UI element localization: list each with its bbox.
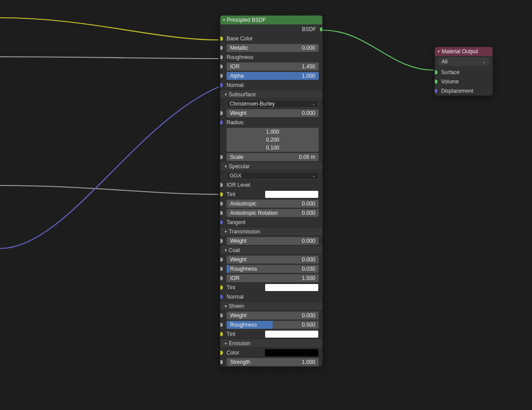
input-roughness[interactable]: Roughness [220,52,322,62]
input-ior-level[interactable]: IOR Level [220,180,322,189]
input-sss-scale[interactable]: Scale 0.05 m [220,152,322,162]
chevron-down-icon: ▾ [225,304,227,308]
color-swatch[interactable] [265,190,319,198]
node-title: Principled BSDF [227,17,266,23]
input-tangent[interactable]: Tangent [220,217,322,227]
input-metallic[interactable]: Metallic 0.000 [220,43,322,52]
input-sheen-roughness[interactable]: Roughness 0.500 [220,320,322,329]
section-subsurface[interactable]: ▾ Subsurface [220,90,322,99]
node-principled-bsdf[interactable]: ▾ Principled BSDF BSDF Base Color Metall… [220,15,323,367]
node-header[interactable]: ▾ Material Output [435,47,493,56]
dropdown-output-target[interactable]: All ⌄ [438,58,489,66]
input-sheen-weight[interactable]: Weight 0.000 [220,311,322,320]
input-surface[interactable]: Surface [435,67,493,77]
section-emission[interactable]: ▾ Emission [220,339,322,348]
input-coat-tint[interactable]: Tint [220,283,322,292]
color-swatch[interactable] [265,284,319,292]
section-specular[interactable]: ▾ Specular [220,162,322,171]
chevron-down-icon: ▾ [225,248,227,252]
slider-metallic[interactable]: Metallic 0.000 [227,44,319,52]
input-normal[interactable]: Normal [220,80,322,90]
input-emission-color[interactable]: Color [220,348,322,357]
input-coat-ior[interactable]: IOR 1.500 [220,273,322,283]
input-volume[interactable]: Volume [435,77,493,86]
chevron-down-icon: ▾ [225,341,227,346]
section-transmission[interactable]: ▾ Transmission [220,227,322,236]
dropdown-spec-dist[interactable]: GGX ⌄ [220,171,322,180]
chevron-down-icon: ▾ [438,49,440,54]
node-header[interactable]: ▾ Principled BSDF [220,16,322,24]
chevron-down-icon: ▾ [225,92,227,97]
input-ior[interactable]: IOR 1.450 [220,62,322,71]
color-swatch[interactable] [265,330,319,338]
node-title: Material Output [442,48,478,55]
section-coat[interactable]: ▾ Coat [220,245,322,255]
chevron-down-icon: ⌄ [482,59,486,64]
node-material-output[interactable]: ▾ Material Output All ⌄ Surface Volume D… [434,47,493,96]
input-anisotropic-rotation[interactable]: Anisotropic Rotation 0.000 [220,208,322,217]
sss-radius-z[interactable]: 0.100 [220,143,322,152]
input-displacement[interactable]: Displacement [435,86,493,95]
chevron-down-icon: ▾ [225,229,227,234]
input-alpha[interactable]: Alpha 1.000 [220,71,322,80]
input-base-color[interactable]: Base Color [220,34,322,43]
color-swatch[interactable] [265,349,319,357]
input-anisotropic[interactable]: Anisotropic 0.000 [220,199,322,208]
input-emission-strength[interactable]: Strength 1.000 [220,357,322,367]
chevron-down-icon: ▾ [225,164,227,169]
input-coat-weight[interactable]: Weight 0.000 [220,255,322,264]
slider-alpha[interactable]: Alpha 1.000 [227,72,319,80]
section-sheen[interactable]: ▾ Sheen [220,301,322,311]
output-socket-bsdf[interactable]: BSDF [220,24,322,34]
input-coat-normal[interactable]: Normal [220,292,322,301]
chevron-down-icon: ⌄ [312,102,316,106]
input-transmission-weight[interactable]: Weight 0.000 [220,236,322,245]
input-spec-tint[interactable]: Tint [220,189,322,199]
dropdown-sss-method[interactable]: Christensen-Burley ⌄ [220,99,322,108]
chevron-down-icon: ▾ [223,18,225,22]
slider-ior[interactable]: IOR 1.450 [227,63,319,71]
input-sss-radius[interactable]: Radius: [220,118,322,127]
input-sheen-tint[interactable]: Tint [220,329,322,339]
input-coat-roughness[interactable]: Roughness 0.030 [220,264,322,273]
chevron-down-icon: ⌄ [312,173,316,178]
input-sss-weight[interactable]: Weight 0.000 [220,108,322,118]
